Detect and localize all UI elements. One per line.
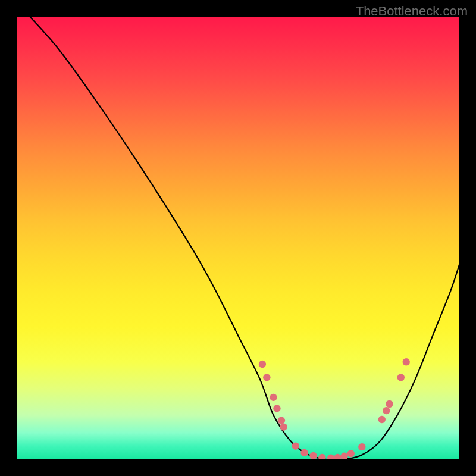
data-marker: [263, 374, 270, 381]
data-marker: [309, 452, 317, 459]
bottleneck-curve: [30, 17, 459, 459]
data-marker: [334, 454, 341, 459]
data-marker: [273, 405, 280, 412]
data-marker: [397, 374, 405, 381]
data-marker: [318, 454, 325, 459]
chart-svg: [17, 17, 459, 459]
watermark-text: TheBottleneck.com: [356, 4, 468, 19]
data-marker: [403, 358, 410, 365]
data-marker: [340, 453, 347, 459]
data-marker: [327, 455, 334, 459]
data-marker: [378, 416, 386, 423]
data-marker: [259, 361, 266, 368]
plot-area: [17, 17, 459, 459]
data-markers: [259, 358, 410, 459]
data-marker: [270, 394, 277, 401]
data-marker: [386, 400, 393, 408]
data-marker: [383, 407, 390, 414]
data-marker: [358, 443, 365, 450]
data-marker: [278, 416, 285, 424]
data-marker: [300, 449, 308, 456]
data-marker: [280, 423, 287, 430]
data-marker: [292, 442, 299, 449]
data-marker: [347, 450, 355, 457]
